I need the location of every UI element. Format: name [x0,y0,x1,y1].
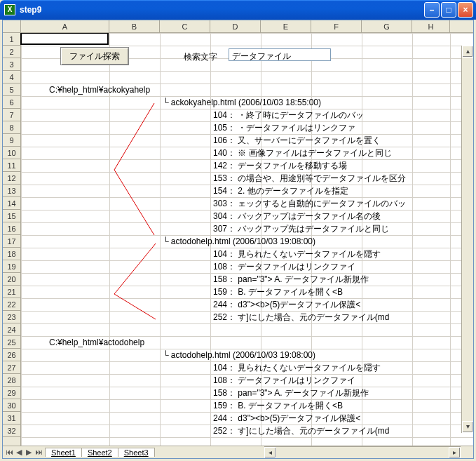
maximize-button[interactable]: □ [441,2,456,18]
row-header-9[interactable]: 9 [3,134,20,147]
row-header-18[interactable]: 18 [3,248,20,260]
minimize-button[interactable]: – [424,2,440,18]
search-input[interactable]: データファイル [229,48,331,61]
row-header-15[interactable]: 15 [3,210,20,222]
cell-text-row-8: 105： ・データファイルはリンクファ [213,121,355,134]
row-header-16[interactable]: 16 [3,222,20,235]
row-header-29[interactable]: 29 [3,387,20,399]
scroll-up-button[interactable]: ▴ [462,46,473,58]
row-header-8[interactable]: 8 [3,121,20,134]
cell-text-row-29: 158： pan="3"> A. データファイル新規作 [213,387,369,399]
row-header-32[interactable]: 32 [3,425,20,437]
row-header-27[interactable]: 27 [3,361,20,374]
row-header-13[interactable]: 13 [3,185,20,197]
search-label: 検索文字 [184,51,217,63]
tab-nav-first[interactable]: ⏮ [4,448,14,457]
excel-icon: X [4,4,15,15]
cell-text-row-9: 106： 又、サーバーにデータファイルを置く [213,134,381,147]
column-headers: ABCDEFGH [3,20,473,33]
cell-text-row-22: 244： d3"><b>(5)データファイル保護< [213,298,360,311]
cell-text-row-28: 108： データファイルはリンクファイ [213,374,355,387]
cell-text-row-10: 140： ※ 画像ファイルはデータファイルと同じ [213,147,392,159]
cell-text-row-15: 304： バックアップはデータファイル名の後 [213,210,381,222]
row-headers: 1234567891011121314151617181920212223242… [3,33,21,446]
row-header-26[interactable]: 26 [3,349,20,361]
row-header-7[interactable]: 7 [3,109,20,121]
column-header-B[interactable]: B [109,20,160,32]
cell-text-row-25: C:¥help_html¥actodohelp [49,336,144,349]
scroll-track[interactable] [462,58,473,421]
cell-text-row-32: 252： す]にした場合、元のデータファイル(md [213,425,389,437]
row-header-22[interactable]: 22 [3,298,20,311]
cell-text-row-18: 104： 見られたくないデータファイルを隠す [213,248,381,260]
row-header-1[interactable]: 1 [3,33,20,46]
column-header-E[interactable]: E [261,20,311,32]
cell-text-row-17: └ actodohelp.html (2006/10/03 19:08:00) [163,235,315,248]
scroll-right-button[interactable]: ▸ [449,447,461,458]
row-header-17[interactable]: 17 [3,235,20,248]
cell-text-row-27: 104： 見られたくないデータファイルを隠す [213,361,381,374]
row-header-21[interactable]: 21 [3,286,20,298]
row-header-6[interactable]: 6 [3,96,20,109]
vertical-scrollbar[interactable]: ▴ ▾ [461,46,473,433]
sheet-tabs-bar: ⏮ ◀ ▶ ⏭ Sheet1Sheet2Sheet3 ◂ ▸ [3,446,473,458]
row-header-14[interactable]: 14 [3,197,20,210]
row-header-11[interactable]: 11 [3,159,20,172]
tab-nav-prev[interactable]: ◀ [14,448,24,457]
svg-line-0 [114,103,154,170]
cell-text-row-13: 154： 2. 他のデータファイルを指定 [213,185,348,197]
cell-text-row-5: C:¥help_html¥ackokyahelp [49,83,150,96]
cells-area[interactable]: ファイル探索 検索文字 データファイル C:¥help_html¥ackokya… [21,33,473,446]
cell-text-row-7: 104： ・終了時にデータファイルのバッ [213,109,364,121]
row-header-28[interactable]: 28 [3,374,20,387]
sheet-tab-sheet3[interactable]: Sheet3 [118,448,155,457]
tab-nav-last[interactable]: ⏭ [34,448,43,457]
svg-line-3 [114,294,156,319]
svg-line-2 [114,243,156,294]
column-header-C[interactable]: C [160,20,210,32]
cell-text-row-26: └ actodohelp.html (2006/10/03 19:08:00) [163,349,315,361]
row-header-3[interactable]: 3 [3,58,20,71]
row-header-25[interactable]: 25 [3,336,20,349]
file-search-button[interactable]: ファイル探索 [60,47,129,65]
window-titlebar: X step9 – □ × [0,0,476,20]
row-header-19[interactable]: 19 [3,260,20,273]
selected-cell [20,33,109,45]
svg-line-1 [114,170,154,235]
row-header-10[interactable]: 10 [3,147,20,159]
scroll-left-button[interactable]: ◂ [264,447,276,458]
scroll-down-button[interactable]: ▾ [462,421,473,433]
row-header-12[interactable]: 12 [3,172,20,185]
hscroll-track[interactable] [276,447,449,458]
cell-text-row-23: 252： す]にした場合、元のデータファイル(md [213,311,389,323]
row-header-4[interactable]: 4 [3,71,20,83]
close-button[interactable]: × [458,2,473,18]
column-header-F[interactable]: F [311,20,362,32]
column-header-H[interactable]: H [412,20,450,32]
row-header-31[interactable]: 31 [3,412,20,425]
row-header-2[interactable]: 2 [3,46,20,58]
sheet-tab-sheet2[interactable]: Sheet2 [82,448,118,457]
row-header-30[interactable]: 30 [3,399,20,412]
horizontal-scrollbar[interactable]: ◂ ▸ [264,446,461,458]
select-all-corner[interactable] [3,20,21,32]
column-header-A[interactable]: A [21,20,109,32]
sheet-tab-sheet1[interactable]: Sheet1 [46,448,82,457]
row-header-23[interactable]: 23 [3,311,20,323]
cell-text-row-21: 159： B. データファイルを開く<B [213,286,343,298]
row-header-20[interactable]: 20 [3,273,20,286]
row-header-5[interactable]: 5 [3,83,20,96]
cell-text-row-6: └ ackokyahelp.html (2006/10/03 18:55:00) [163,96,321,109]
cell-text-row-31: 244： d3"><b>(5)データファイル保護< [213,412,360,425]
row-header-24[interactable]: 24 [3,323,20,336]
cell-text-row-19: 108： データファイルはリンクファイ [213,260,355,273]
cell-text-row-12: 153： の場合や、用途別等でデータファイルを区分 [213,172,406,185]
cell-text-row-16: 307： バックアップ先はデータファイルと同じ [213,222,389,235]
cell-text-row-11: 142： データファイルを移動する場 [213,159,347,172]
column-header-D[interactable]: D [210,20,261,32]
spreadsheet-area: ABCDEFGH 1234567891011121314151617181920… [2,20,474,459]
tab-nav-next[interactable]: ▶ [24,448,34,457]
column-header-G[interactable]: G [362,20,412,32]
cell-text-row-30: 159： B. データファイルを開く<B [213,399,343,412]
cell-text-row-20: 158： pan="3"> A. データファイル新規作 [213,273,369,286]
